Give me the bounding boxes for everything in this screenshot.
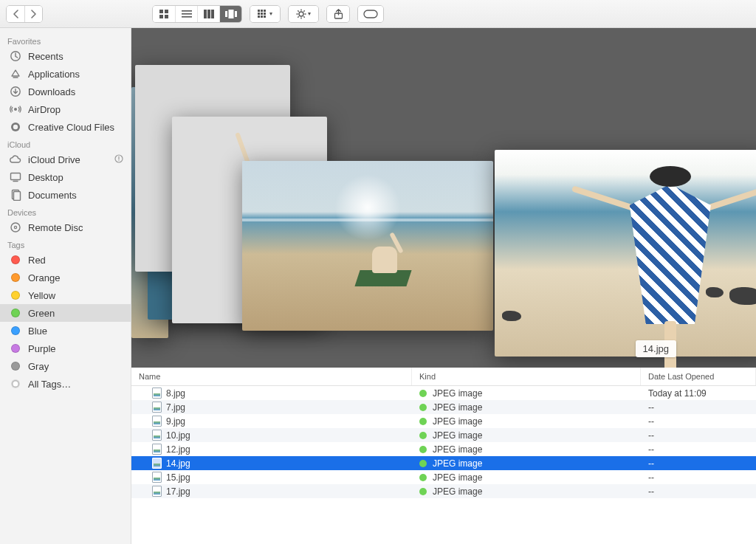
sidebar-item-gray[interactable]: Gray — [0, 357, 131, 375]
apps-icon — [9, 67, 22, 80]
download-icon — [9, 85, 22, 98]
svg-rect-10 — [225, 11, 227, 17]
table-row[interactable]: 8.jpgJPEG imageToday at 11:09 — [131, 386, 756, 400]
svg-rect-32 — [364, 10, 377, 18]
tag-dot-icon — [419, 432, 427, 439]
tag-dot-icon — [9, 306, 22, 320]
cell-date: -- — [641, 486, 756, 497]
cloud-icon — [9, 153, 22, 166]
sidebar-item-label: Green — [28, 308, 55, 319]
tag-dot-icon — [419, 390, 427, 397]
cell-name: 9.jpg — [131, 416, 412, 427]
share-button[interactable] — [326, 5, 350, 23]
sidebar-item-label: Purple — [28, 343, 56, 354]
share-icon — [334, 9, 343, 19]
arrange-button[interactable]: ▾ — [250, 5, 281, 23]
sidebar-item-recents[interactable]: Recents — [0, 47, 131, 65]
column-name[interactable]: Name — [131, 368, 412, 385]
sidebar-item-desktop[interactable]: Desktop — [0, 168, 131, 186]
svg-rect-15 — [264, 10, 266, 12]
sidebar-item-airdrop[interactable]: AirDrop — [0, 100, 131, 118]
file-name: 15.jpg — [166, 472, 190, 483]
tag-icon — [363, 10, 378, 18]
back-button[interactable] — [7, 6, 24, 22]
cell-date: -- — [641, 402, 756, 413]
sidebar[interactable]: FavoritesRecentsApplicationsDownloadsAir… — [0, 28, 131, 544]
grid-small-icon — [258, 10, 268, 18]
svg-rect-1 — [165, 10, 168, 13]
tag-icon-button[interactable] — [358, 6, 383, 22]
cell-name: 12.jpg — [131, 444, 412, 455]
svg-rect-41 — [11, 173, 21, 180]
svg-line-28 — [303, 16, 304, 17]
sidebar-section-header: Favorites — [0, 32, 131, 47]
svg-rect-19 — [258, 16, 260, 18]
tags-button[interactable] — [357, 5, 384, 23]
file-name: 14.jpg — [166, 458, 190, 469]
table-row[interactable]: 15.jpgJPEG image-- — [131, 470, 756, 484]
coverflow-thumb[interactable] — [242, 161, 493, 331]
arrange-icon-button[interactable]: ▾ — [250, 6, 280, 22]
sidebar-item-label: Yellow — [28, 290, 55, 301]
share-icon-button[interactable] — [327, 6, 349, 22]
column-kind[interactable]: Kind — [412, 368, 641, 385]
coverflow-selected-thumb[interactable] — [495, 150, 756, 357]
sidebar-item-green[interactable]: Green — [0, 304, 131, 322]
table-row[interactable]: 7.jpgJPEG image-- — [131, 400, 756, 414]
sidebar-item-remote-disc[interactable]: Remote Disc — [0, 218, 131, 236]
column-date-opened[interactable]: Date Last Opened — [641, 368, 756, 385]
svg-rect-13 — [258, 10, 260, 12]
cell-kind: JPEG image — [412, 430, 641, 441]
table-row[interactable]: 10.jpgJPEG image-- — [131, 428, 756, 442]
sidebar-item-yellow[interactable]: Yellow — [0, 286, 131, 304]
sidebar-item-downloads[interactable]: Downloads — [0, 83, 131, 100]
file-name: 8.jpg — [166, 388, 185, 399]
view-list-button[interactable] — [175, 6, 197, 22]
view-coverflow-button[interactable] — [219, 6, 241, 22]
sidebar-item-purple[interactable]: Purple — [0, 340, 131, 357]
sidebar-item-label: Red — [28, 255, 46, 266]
sidebar-item-blue[interactable]: Blue — [0, 322, 131, 340]
cell-date: -- — [641, 416, 756, 427]
sidebar-item-orange[interactable]: Orange — [0, 269, 131, 286]
sidebar-section-header: iCloud — [0, 136, 131, 151]
list-body[interactable]: 8.jpgJPEG imageToday at 11:097.jpgJPEG i… — [131, 386, 756, 544]
nav-buttons — [6, 5, 43, 23]
svg-point-46 — [14, 226, 16, 228]
eject-icon[interactable] — [114, 154, 123, 165]
table-row[interactable]: 9.jpgJPEG image-- — [131, 414, 756, 428]
view-columns-button[interactable] — [197, 6, 219, 22]
tag-dot-icon — [419, 474, 427, 481]
sidebar-item-all-tags[interactable]: All Tags… — [0, 375, 131, 393]
cell-name: 10.jpg — [131, 430, 412, 441]
sidebar-item-documents[interactable]: Documents — [0, 186, 131, 204]
action-menu-button[interactable]: ▾ — [288, 5, 319, 23]
svg-rect-2 — [159, 15, 163, 18]
forward-button[interactable] — [24, 6, 42, 22]
columns-icon — [204, 10, 214, 18]
table-row[interactable]: 17.jpgJPEG image-- — [131, 484, 756, 498]
table-row[interactable]: 14.jpgJPEG image-- — [131, 456, 756, 470]
sidebar-item-label: Documents — [28, 190, 77, 201]
svg-rect-16 — [258, 13, 260, 15]
view-switcher — [152, 5, 242, 23]
coverflow-area[interactable]: 14.jpg — [131, 28, 756, 368]
coverflow-caption: 14.jpg — [636, 340, 676, 357]
gear-menu-button[interactable]: ▾ — [289, 6, 318, 22]
file-name: 7.jpg — [166, 402, 185, 413]
sidebar-item-label: iCloud Drive — [28, 154, 80, 165]
sidebar-item-icloud-drive[interactable]: iCloud Drive — [0, 151, 131, 168]
view-icons-button[interactable] — [153, 6, 175, 22]
file-name: 10.jpg — [166, 430, 190, 441]
sidebar-item-red[interactable]: Red — [0, 251, 131, 269]
tag-dot-icon — [419, 404, 427, 411]
list-header[interactable]: Name Kind Date Last Opened — [131, 368, 756, 386]
sidebar-item-applications[interactable]: Applications — [0, 65, 131, 83]
cell-name: 7.jpg — [131, 402, 412, 413]
file-kind: JPEG image — [433, 444, 482, 455]
cell-kind: JPEG image — [412, 402, 641, 413]
table-row[interactable]: 12.jpgJPEG image-- — [131, 442, 756, 456]
cell-date: -- — [641, 472, 756, 483]
sidebar-item-creative-cloud-files[interactable]: Creative Cloud Files — [0, 118, 131, 136]
file-name: 12.jpg — [166, 444, 190, 455]
